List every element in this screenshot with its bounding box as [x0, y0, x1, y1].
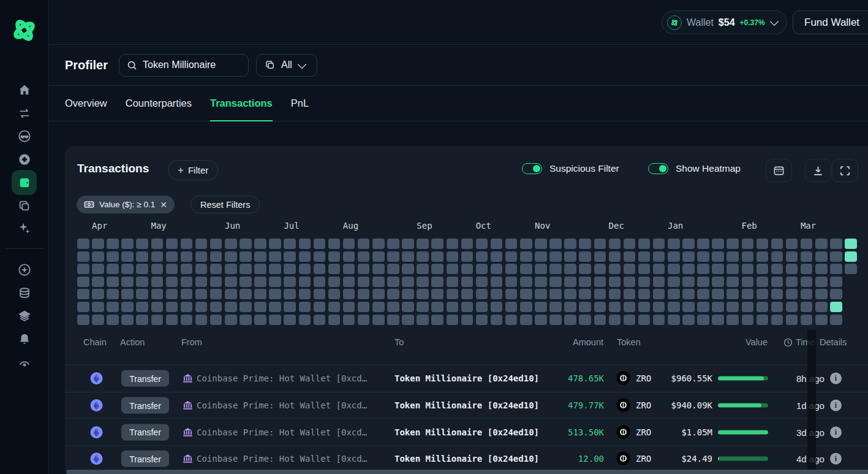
- heatmap-cell[interactable]: [668, 302, 680, 312]
- heatmap-cell[interactable]: [254, 277, 266, 287]
- heatmap-cell[interactable]: [328, 239, 341, 249]
- heatmap-cell[interactable]: [520, 264, 532, 274]
- heatmap-cell[interactable]: [520, 315, 532, 325]
- heatmap-cell[interactable]: [668, 251, 680, 262]
- heatmap-cell[interactable]: [299, 277, 311, 287]
- close-icon[interactable]: ✕: [160, 200, 167, 210]
- heatmap-cell[interactable]: [668, 239, 680, 249]
- heatmap-cell[interactable]: [387, 239, 399, 249]
- heatmap-cell[interactable]: [431, 264, 443, 274]
- app-logo-icon[interactable]: [10, 17, 38, 44]
- heatmap-cell[interactable]: [535, 315, 547, 325]
- heatmap-cell[interactable]: [210, 239, 222, 249]
- heatmap-cell[interactable]: [181, 264, 193, 274]
- heatmap-cell[interactable]: [181, 239, 193, 249]
- info-icon[interactable]: i: [830, 373, 842, 384]
- table-row[interactable]: TransferCoinbase Prime: Hot Wallet [0xcd…: [65, 365, 868, 392]
- heatmap-cell[interactable]: [387, 251, 399, 262]
- heatmap-cell[interactable]: [638, 289, 651, 299]
- heatmap-cell[interactable]: [815, 302, 828, 312]
- heatmap-cell[interactable]: [697, 239, 709, 249]
- heatmap-cell[interactable]: [77, 264, 89, 274]
- heatmap-cell[interactable]: [638, 239, 651, 249]
- heatmap-cell[interactable]: [372, 315, 385, 325]
- heatmap-cell[interactable]: [505, 251, 518, 262]
- expand-button[interactable]: [832, 159, 858, 182]
- heatmap-cell[interactable]: [314, 239, 326, 249]
- chain-filter-dropdown[interactable]: All: [256, 54, 317, 77]
- heatmap-cell[interactable]: [757, 302, 769, 312]
- heatmap-cell[interactable]: [431, 315, 443, 325]
- heatmap-cell[interactable]: [121, 239, 134, 249]
- heatmap-cell[interactable]: [136, 289, 148, 299]
- heatmap-cell[interactable]: [801, 251, 813, 262]
- heatmap-cell[interactable]: [771, 289, 783, 299]
- heatmap-cell[interactable]: [195, 264, 208, 274]
- heatmap-cell[interactable]: [417, 315, 429, 325]
- show-heatmap-toggle[interactable]: [648, 163, 668, 174]
- info-icon[interactable]: i: [830, 453, 842, 465]
- heatmap-cell[interactable]: [269, 239, 281, 249]
- heatmap-cell[interactable]: [520, 277, 532, 287]
- heatmap-cell[interactable]: [491, 315, 503, 325]
- heatmap-cell[interactable]: [387, 315, 399, 325]
- heatmap-cell[interactable]: [328, 277, 341, 287]
- heatmap-cell[interactable]: [284, 315, 296, 325]
- heatmap-cell[interactable]: [151, 315, 164, 325]
- heatmap-cell[interactable]: [461, 289, 474, 299]
- heatmap-cell[interactable]: [240, 251, 252, 262]
- heatmap-cell[interactable]: [461, 264, 474, 274]
- heatmap-cell[interactable]: [594, 315, 606, 325]
- heatmap-cell[interactable]: [121, 289, 134, 299]
- heatmap-cell[interactable]: [402, 264, 414, 274]
- heatmap-cell[interactable]: [712, 315, 724, 325]
- heatmap-cell[interactable]: [358, 315, 370, 325]
- heatmap-cell[interactable]: [358, 264, 370, 274]
- heatmap-cell[interactable]: [447, 264, 459, 274]
- info-icon[interactable]: i: [830, 426, 842, 438]
- sidebar-item-layers[interactable]: [17, 308, 32, 323]
- heatmap-cell[interactable]: [254, 289, 266, 299]
- heatmap-cell[interactable]: [757, 277, 769, 287]
- heatmap-cell[interactable]: [801, 289, 813, 299]
- heatmap-cell[interactable]: [742, 277, 754, 287]
- heatmap-cell[interactable]: [726, 251, 739, 262]
- heatmap-cell[interactable]: [609, 251, 621, 262]
- heatmap-cell[interactable]: [757, 239, 769, 249]
- heatmap-cell[interactable]: [210, 302, 222, 312]
- heatmap-cell[interactable]: [328, 289, 341, 299]
- heatmap-cell[interactable]: [299, 315, 311, 325]
- heatmap-cell[interactable]: [742, 251, 754, 262]
- heatmap-cell[interactable]: [653, 289, 665, 299]
- heatmap-cell[interactable]: [402, 315, 414, 325]
- heatmap-cell[interactable]: [121, 315, 134, 325]
- heatmap-cell[interactable]: [225, 302, 237, 312]
- heatmap-cell[interactable]: [107, 302, 119, 312]
- heatmap-cell[interactable]: [431, 277, 443, 287]
- heatmap-cell[interactable]: [447, 277, 459, 287]
- heatmap-cell[interactable]: [299, 239, 311, 249]
- heatmap-cell[interactable]: [269, 302, 281, 312]
- value-filter-chip[interactable]: Value ($): ≥ 0.1 ✕: [77, 196, 175, 213]
- heatmap-cell[interactable]: [372, 251, 385, 262]
- heatmap-cell[interactable]: [535, 277, 547, 287]
- heatmap-cell[interactable]: [151, 251, 164, 262]
- heatmap-cell[interactable]: [402, 302, 414, 312]
- heatmap-cell[interactable]: [269, 251, 281, 262]
- add-filter-button[interactable]: + Filter: [168, 160, 218, 180]
- heatmap-cell[interactable]: [136, 264, 148, 274]
- reset-filters-button[interactable]: Reset Filters: [191, 196, 260, 213]
- heatmap-cell[interactable]: [624, 251, 636, 262]
- heatmap-cell[interactable]: [387, 302, 399, 312]
- heatmap-cell[interactable]: [151, 239, 164, 249]
- heatmap-cell[interactable]: [726, 277, 739, 287]
- heatmap-cell[interactable]: [402, 277, 414, 287]
- tab-overview[interactable]: Overview: [65, 86, 107, 121]
- heatmap-cell[interactable]: [682, 239, 695, 249]
- heatmap-cell[interactable]: [402, 289, 414, 299]
- heatmap-cell[interactable]: [549, 264, 562, 274]
- heatmap-cell[interactable]: [314, 302, 326, 312]
- heatmap-cell[interactable]: [284, 277, 296, 287]
- heatmap-cell[interactable]: [181, 302, 193, 312]
- heatmap-cell[interactable]: [830, 264, 842, 274]
